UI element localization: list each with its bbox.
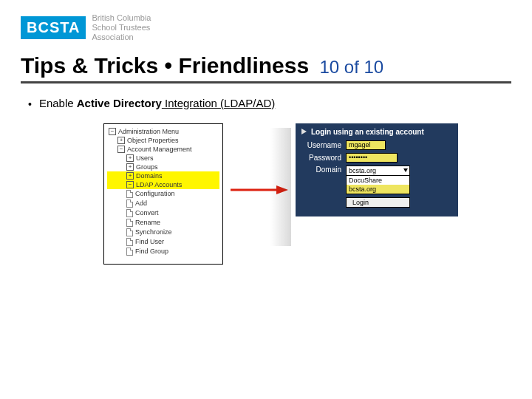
collapse-icon: −	[109, 128, 116, 135]
tree-item[interactable]: +Object Properties	[107, 136, 219, 145]
tree-item[interactable]: Find Group	[107, 247, 219, 256]
tree-item-label: Configuration	[135, 190, 175, 197]
tree-item-label: LDAP Accounts	[136, 181, 182, 188]
tree-item-label: Domains	[136, 172, 163, 180]
domain-option[interactable]: DocuShare	[347, 176, 409, 185]
triangle-icon	[301, 129, 307, 134]
tree-item[interactable]: −Account Management	[107, 145, 219, 154]
tree-item[interactable]: +Users	[107, 154, 219, 163]
tree-item[interactable]: Find User	[107, 237, 219, 247]
expand-icon: +	[126, 172, 134, 180]
username-input[interactable]: mgagel	[346, 140, 386, 150]
bullet-dot-icon: •	[28, 97, 32, 112]
expand-icon: +	[117, 137, 125, 144]
page-count: 10 of 10	[319, 57, 383, 77]
page-title: Tips & Tricks • Friendliness	[21, 53, 315, 78]
logo: BCSTA British Columbia School Trustees A…	[21, 13, 511, 43]
tree-item[interactable]: −LDAP Accounts	[107, 180, 219, 189]
page-icon	[126, 248, 133, 256]
tree-item-label: Users	[136, 154, 154, 162]
tree-item[interactable]: +Groups	[107, 163, 219, 171]
domain-label: Domain	[301, 166, 341, 174]
login-header: Login using an existing account	[301, 128, 452, 136]
shadow-decoration	[270, 128, 291, 246]
page-icon	[126, 190, 133, 198]
page-icon	[126, 219, 133, 227]
page-icon	[126, 209, 133, 217]
tree-item[interactable]: Synchronize	[107, 228, 219, 237]
tree-item-label: Synchronize	[135, 228, 172, 236]
expand-icon: +	[126, 154, 134, 162]
expand-icon: +	[126, 163, 134, 171]
domain-dropdown-list: DocuSharebcsta.org	[346, 176, 410, 194]
bullet-item: • Enable Active Directory Integration (L…	[28, 97, 511, 112]
domain-option[interactable]: bcsta.org	[347, 185, 409, 194]
logo-subtitle: British Columbia School Trustees Associa…	[92, 13, 151, 43]
password-input[interactable]: ••••••••	[346, 153, 398, 163]
tree-item-label: Groups	[136, 163, 158, 171]
tree-item[interactable]: Configuration	[107, 189, 219, 199]
tree-item[interactable]: Add	[107, 199, 219, 208]
logo-mark: BCSTA	[21, 16, 86, 39]
page-icon	[126, 228, 133, 236]
page-icon	[126, 238, 133, 246]
tree-item[interactable]: −Administration Menu	[107, 127, 219, 136]
collapse-icon: −	[126, 181, 134, 188]
title-bar: Tips & Tricks • Friendliness 10 of 10	[21, 53, 511, 83]
tree-item[interactable]: Convert	[107, 208, 219, 218]
tree-item-label: Object Properties	[127, 137, 179, 144]
login-panel: Login using an existing account Username…	[296, 123, 458, 222]
domain-select[interactable]: bcsta.org	[346, 166, 410, 176]
tree-item-label: Account Management	[127, 146, 192, 153]
collapse-icon: −	[117, 146, 125, 153]
admin-tree-panel: −Administration Menu+Object Properties−A…	[103, 123, 223, 265]
bullet-text: Enable Active Directory Integration (LDA…	[39, 97, 275, 112]
tree-item[interactable]: Rename	[107, 218, 219, 228]
tree-item-label: Administration Menu	[118, 128, 179, 135]
password-label: Password	[301, 154, 341, 162]
tree-item-label: Rename	[135, 219, 160, 226]
tree-item-label: Convert	[135, 209, 159, 216]
tree-item-label: Find User	[135, 238, 164, 245]
tree-item-label: Find Group	[135, 248, 168, 255]
page-icon	[126, 200, 133, 208]
tree-item[interactable]: +Domains	[107, 171, 219, 180]
username-label: Username	[301, 141, 341, 149]
login-button[interactable]: Login	[346, 197, 410, 208]
login-footer-text: for future	[296, 215, 458, 222]
tree-item-label: Add	[135, 200, 147, 207]
